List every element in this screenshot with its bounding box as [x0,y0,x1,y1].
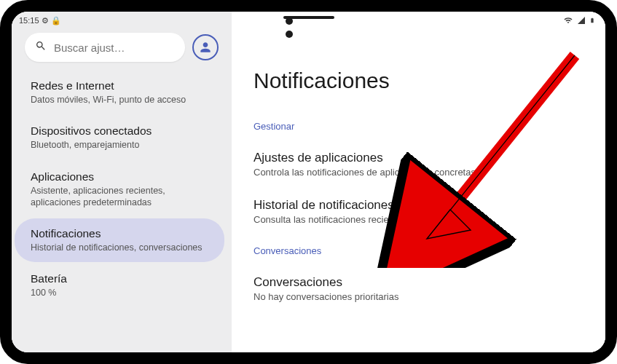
row-title: Historial de notificaciones [254,198,583,213]
sidebar-item-subtitle: Bluetooth, emparejamiento [31,139,214,151]
row-subtitle: Consulta las notificaciones recientes y … [254,214,583,225]
sidebar-item-title: Dispositivos conectados [31,124,214,138]
search-input[interactable] [54,41,175,54]
sidebar-item-notifications[interactable]: Notificaciones Historial de notificacion… [15,218,224,262]
sidebar-item-connected-devices[interactable]: Dispositivos conectados Bluetooth, empar… [15,116,227,159]
wifi-icon [563,16,573,26]
sidebar-item-subtitle: Datos móviles, Wi-Fi, punto de acceso [31,94,214,106]
section-header-conversations: Conversaciones [254,245,583,256]
lock-icon: 🔒 [51,16,61,25]
status-time: 15:15 [19,16,39,25]
sidebar-item-subtitle: Historial de notificaciones, conversacio… [31,242,211,253]
sidebar-item-title: Aplicaciones [31,170,214,183]
main-content: Notificaciones Gestionar Ajustes de apli… [232,12,605,352]
row-subtitle: Controla las notificaciones de aplicacio… [254,167,583,178]
search-icon [35,40,47,55]
gear-icon: ⚙ [42,16,49,25]
sidebar-item-title: Batería [31,272,214,285]
sidebar-item-battery[interactable]: Batería 100 % [15,264,227,307]
sidebar-item-subtitle: Asistente, aplicaciones recientes, aplic… [31,185,214,209]
sidebar-item-title: Notificaciones [31,227,211,240]
sidebar-item-subtitle: 100 % [31,287,214,298]
row-subtitle: No hay conversaciones prioritarias [254,291,583,302]
signal-icon [577,16,586,26]
row-title: Conversaciones [254,275,583,290]
settings-sidebar: 15:15 ⚙ 🔒 Redes e Internet [12,12,232,352]
battery-icon [589,15,595,27]
row-app-settings[interactable]: Ajustes de aplicaciones Controla las not… [254,143,583,191]
sidebar-item-apps[interactable]: Aplicaciones Asistente, aplicaciones rec… [15,162,227,218]
sidebar-item-title: Redes e Internet [31,79,214,92]
sidebar-item-network[interactable]: Redes e Internet Datos móviles, Wi-Fi, p… [15,71,227,114]
row-conversations[interactable]: Conversaciones No hay conversaciones pri… [254,268,583,315]
row-notification-history[interactable]: Historial de notificaciones Consulta las… [254,191,583,238]
status-bar: 15:15 ⚙ 🔒 [12,12,232,28]
section-header-manage: Gestionar [254,121,583,132]
profile-avatar[interactable] [192,34,219,60]
page-title: Notificaciones [254,68,583,93]
search-input-container[interactable] [25,33,185,62]
row-title: Ajustes de aplicaciones [254,151,583,165]
